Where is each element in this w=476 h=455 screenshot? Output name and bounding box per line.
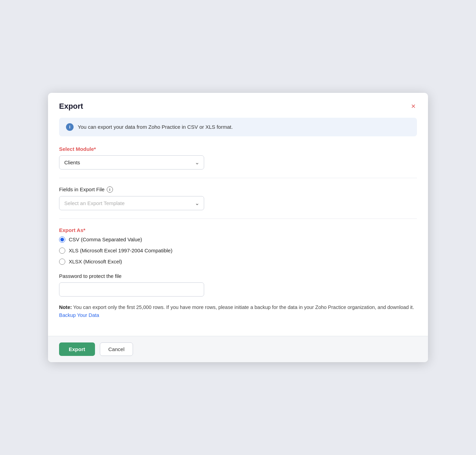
radio-xlsx-input[interactable] bbox=[59, 259, 65, 265]
radio-xls-label: XLS (Microsoft Excel 1997-2004 Compatibl… bbox=[69, 248, 172, 253]
password-input[interactable] bbox=[59, 282, 204, 297]
fields-info-icon: i bbox=[107, 186, 113, 193]
divider-2 bbox=[59, 219, 417, 219]
module-select[interactable]: Clients Contacts Tasks Invoices bbox=[59, 155, 204, 170]
radio-csv-label: CSV (Comma Separated Value) bbox=[69, 236, 142, 242]
password-label: Password to protect the file bbox=[59, 273, 417, 279]
radio-xlsx[interactable]: XLSX (Microsoft Excel) bbox=[59, 259, 417, 265]
fields-export-label: Fields in Export File i bbox=[59, 186, 417, 193]
note-section: Note: You can export only the first 25,0… bbox=[59, 303, 417, 319]
radio-csv[interactable]: CSV (Comma Separated Value) bbox=[59, 236, 417, 243]
divider-1 bbox=[59, 178, 417, 178]
modal-title: Export bbox=[59, 102, 83, 111]
info-banner-text: You can export your data from Zoho Pract… bbox=[78, 124, 233, 130]
modal-footer: Export Cancel bbox=[48, 336, 428, 362]
export-modal: Export × i You can export your data from… bbox=[48, 93, 428, 362]
radio-xlsx-label: XLSX (Microsoft Excel) bbox=[69, 259, 122, 264]
export-as-label: Export As* bbox=[59, 227, 417, 233]
module-select-wrapper: Clients Contacts Tasks Invoices ⌄ bbox=[59, 155, 204, 170]
radio-xls[interactable]: XLS (Microsoft Excel 1997-2004 Compatibl… bbox=[59, 248, 417, 254]
modal-header: Export × bbox=[48, 93, 428, 118]
export-button[interactable]: Export bbox=[59, 342, 95, 356]
modal-body: i You can export your data from Zoho Pra… bbox=[48, 118, 428, 336]
select-module-section: Select Module* Clients Contacts Tasks In… bbox=[59, 146, 417, 170]
template-select[interactable]: Select an Export Template bbox=[59, 196, 204, 210]
info-icon: i bbox=[66, 123, 74, 131]
password-section: Password to protect the file bbox=[59, 273, 417, 297]
note-text: You can export only the first 25,000 row… bbox=[72, 304, 414, 310]
fields-export-label-text: Fields in Export File bbox=[59, 186, 105, 192]
fields-in-export-section: Fields in Export File i Select an Export… bbox=[59, 186, 417, 210]
close-button[interactable]: × bbox=[410, 101, 417, 112]
backup-link[interactable]: Backup Your Data bbox=[59, 312, 99, 318]
template-select-wrapper: Select an Export Template ⌄ bbox=[59, 196, 204, 210]
note-prefix: Note: bbox=[59, 304, 72, 310]
export-format-radio-group: CSV (Comma Separated Value) XLS (Microso… bbox=[59, 236, 417, 265]
cancel-button[interactable]: Cancel bbox=[100, 342, 133, 356]
info-banner: i You can export your data from Zoho Pra… bbox=[59, 118, 417, 136]
radio-csv-input[interactable] bbox=[59, 236, 65, 243]
export-as-section: Export As* CSV (Comma Separated Value) X… bbox=[59, 227, 417, 265]
select-module-label: Select Module* bbox=[59, 146, 417, 152]
radio-xls-input[interactable] bbox=[59, 248, 65, 254]
